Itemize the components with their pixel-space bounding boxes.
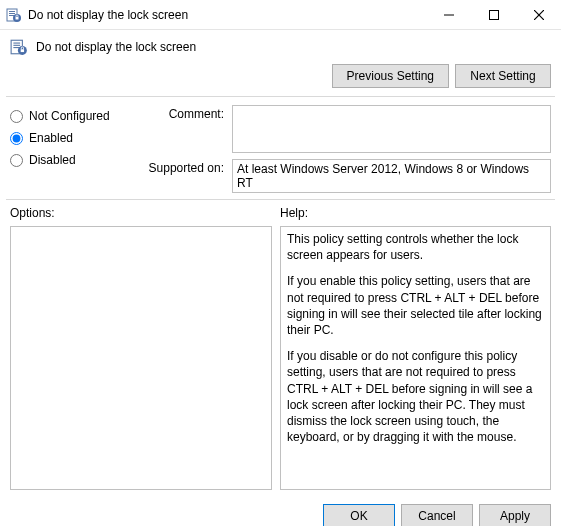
comment-label: Comment: [142,105,224,153]
svg-rect-12 [13,45,20,46]
comment-input[interactable] [232,105,551,153]
ok-button[interactable]: OK [323,504,395,526]
radio-label: Disabled [29,153,76,167]
svg-rect-2 [9,13,15,14]
options-panel[interactable] [10,226,272,490]
radio-enabled-input[interactable] [10,132,23,145]
svg-rect-15 [21,49,24,52]
panel-labels: Options: Help: [0,200,561,222]
comment-row: Comment: [142,105,551,153]
help-paragraph: If you disable or do not configure this … [287,348,544,445]
supported-on-text: At least Windows Server 2012, Windows 8 … [237,162,529,190]
titlebar: Do not display the lock screen [0,0,561,30]
radio-label: Enabled [29,131,73,145]
fields-column: Comment: Supported on: At least Windows … [142,105,551,193]
supported-label: Supported on: [142,159,224,193]
config-area: Not Configured Enabled Disabled Comment:… [0,97,561,199]
svg-rect-5 [16,17,19,20]
state-radio-group: Not Configured Enabled Disabled [10,105,142,193]
svg-rect-1 [9,11,15,12]
close-button[interactable] [516,0,561,30]
supported-row: Supported on: At least Windows Server 20… [142,159,551,193]
radio-label: Not Configured [29,109,110,123]
policy-title: Do not display the lock screen [36,40,551,54]
radio-disabled-input[interactable] [10,154,23,167]
cancel-button[interactable]: Cancel [401,504,473,526]
supported-on-box: At least Windows Server 2012, Windows 8 … [232,159,551,193]
panels: This policy setting controls whether the… [0,222,561,498]
maximize-button[interactable] [471,0,516,30]
window-controls [426,0,561,29]
help-label: Help: [280,206,551,220]
svg-rect-7 [489,11,498,20]
previous-setting-button[interactable]: Previous Setting [332,64,449,88]
help-paragraph: If you enable this policy setting, users… [287,273,544,338]
nav-buttons: Previous Setting Next Setting [0,60,561,96]
policy-icon [10,38,28,56]
options-label: Options: [10,206,280,220]
svg-rect-11 [13,43,20,44]
minimize-button[interactable] [426,0,471,30]
radio-not-configured-input[interactable] [10,110,23,123]
radio-enabled[interactable]: Enabled [10,131,142,145]
radio-disabled[interactable]: Disabled [10,153,142,167]
help-paragraph: This policy setting controls whether the… [287,231,544,263]
apply-button[interactable]: Apply [479,504,551,526]
policy-header: Do not display the lock screen [0,30,561,60]
window-title: Do not display the lock screen [28,8,426,22]
dialog-footer: OK Cancel Apply [0,498,561,526]
policy-icon [6,7,22,23]
radio-not-configured[interactable]: Not Configured [10,109,142,123]
help-panel[interactable]: This policy setting controls whether the… [280,226,551,490]
next-setting-button[interactable]: Next Setting [455,64,551,88]
